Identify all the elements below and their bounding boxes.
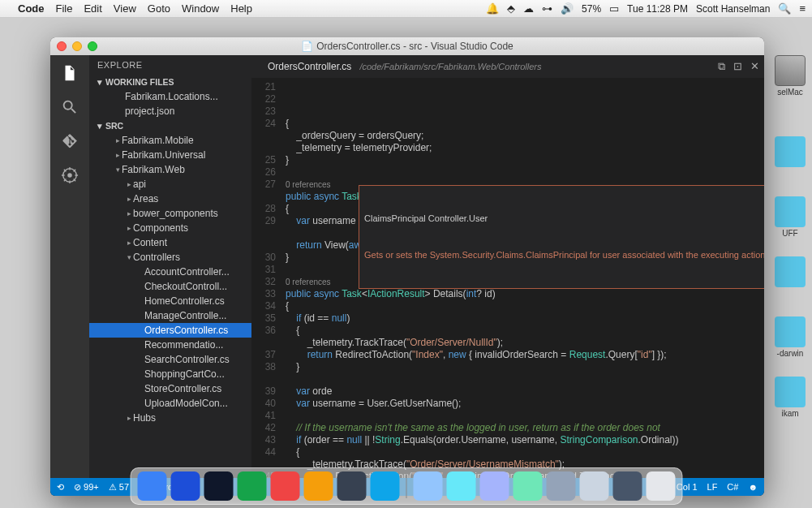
tree-item[interactable]: ▸Fabrikam.Universal bbox=[89, 148, 251, 162]
tree-item[interactable]: CheckoutControll... bbox=[89, 279, 251, 294]
code-line[interactable] bbox=[286, 410, 764, 422]
code-line[interactable]: if (id == null) bbox=[286, 312, 764, 325]
code-line[interactable]: return RedirectToAction("Index", new { i… bbox=[286, 349, 764, 361]
user-name[interactable]: Scott Hanselman bbox=[696, 3, 770, 15]
activity-search-icon[interactable] bbox=[60, 97, 79, 117]
code-line[interactable]: { bbox=[286, 325, 764, 337]
desktop-folder[interactable]: -darwin bbox=[773, 316, 807, 358]
status-language-mode[interactable]: C# bbox=[727, 482, 738, 492]
desktop-disk-icon[interactable]: selMac bbox=[773, 55, 807, 97]
more-icon[interactable]: ⊡ bbox=[733, 60, 742, 73]
menu-goto[interactable]: Goto bbox=[148, 2, 170, 15]
code-line[interactable]: // If the username isn't the same as the… bbox=[286, 422, 764, 434]
dock-app[interactable] bbox=[446, 471, 475, 501]
tree-item[interactable]: ▸Fabrikam.Mobile bbox=[89, 133, 251, 148]
dock-app[interactable] bbox=[170, 471, 200, 501]
dock-app[interactable] bbox=[479, 471, 509, 501]
window-maximize-button[interactable] bbox=[88, 41, 97, 51]
menu-extras-icon[interactable]: ≡ bbox=[799, 2, 806, 15]
working-files-header[interactable]: ▾WORKING FILES bbox=[89, 75, 251, 89]
tree-item[interactable]: ▸Components bbox=[89, 221, 251, 235]
editor-tab[interactable]: OrdersController.cs bbox=[258, 55, 354, 78]
desktop-folder[interactable] bbox=[773, 136, 807, 169]
status-warnings[interactable]: ⚠ 57 bbox=[109, 482, 129, 493]
code-line[interactable]: } bbox=[286, 154, 764, 166]
desktop-folder[interactable]: UFF bbox=[773, 196, 807, 238]
dock-app[interactable] bbox=[137, 471, 166, 501]
tree-item[interactable]: ShoppingCartCo... bbox=[89, 367, 251, 381]
dock-app[interactable] bbox=[413, 471, 442, 501]
menu-edit[interactable]: Edit bbox=[84, 2, 101, 15]
tree-item[interactable]: ▾Fabrikam.Web bbox=[89, 162, 251, 177]
dock-app[interactable] bbox=[579, 471, 608, 501]
window-titlebar[interactable]: 📄OrdersController.cs - src - Visual Stud… bbox=[50, 37, 764, 55]
src-header[interactable]: ▾SRC bbox=[89, 118, 251, 133]
activity-git-icon[interactable] bbox=[60, 131, 79, 151]
activity-debug-icon[interactable] bbox=[60, 166, 79, 185]
close-tab-icon[interactable]: ✕ bbox=[750, 60, 759, 73]
status-smiley-icon[interactable]: ☻ bbox=[748, 482, 758, 492]
tree-item[interactable]: ▸bower_components bbox=[89, 206, 251, 221]
code-line[interactable]: if (order == null || !String.Equals(orde… bbox=[286, 434, 764, 446]
code-line[interactable] bbox=[286, 166, 764, 179]
code-line[interactable]: public async Task<IActionResult> Details… bbox=[286, 288, 764, 300]
dock-app[interactable] bbox=[303, 471, 333, 501]
menu-help[interactable]: Help bbox=[230, 2, 252, 15]
dock-app[interactable] bbox=[513, 471, 542, 501]
tree-item[interactable]: ▾Controllers bbox=[89, 250, 251, 265]
code-line[interactable]: _telemetry.TrackTrace("Order/Server/Null… bbox=[286, 337, 764, 349]
dock-app[interactable] bbox=[237, 471, 266, 501]
battery-icon[interactable]: ▭ bbox=[609, 2, 619, 15]
tree-item[interactable]: ▸Hubs bbox=[89, 411, 251, 425]
code-editor[interactable]: 2122232425262728293031323334353637383940… bbox=[251, 78, 764, 478]
status-eol[interactable]: LF bbox=[707, 482, 718, 492]
menubar-app-name[interactable]: Code bbox=[18, 2, 45, 15]
tree-item[interactable]: ▸Areas bbox=[89, 192, 251, 206]
menu-file[interactable]: File bbox=[56, 2, 73, 15]
code-line[interactable] bbox=[286, 373, 764, 385]
status-errors[interactable]: ⊘ 99+ bbox=[74, 482, 99, 493]
working-file-item[interactable]: project.json bbox=[89, 104, 251, 118]
tree-item[interactable]: AccountController... bbox=[89, 265, 251, 279]
tree-item[interactable]: OrdersController.cs bbox=[89, 323, 251, 338]
code-content[interactable]: { _ordersQuery = ordersQuery; _telemetry… bbox=[282, 78, 764, 478]
split-editor-icon[interactable]: ⧉ bbox=[718, 60, 725, 73]
tree-item[interactable]: SearchController.cs bbox=[89, 352, 251, 367]
dock-app[interactable] bbox=[612, 471, 642, 501]
tree-item[interactable]: StoreController.cs bbox=[89, 381, 251, 396]
activity-explorer-icon[interactable] bbox=[60, 63, 79, 83]
clock[interactable]: Tue 11:28 PM bbox=[627, 3, 688, 15]
spotlight-icon[interactable]: 🔍 bbox=[778, 2, 791, 15]
status-sync-icon[interactable]: ⟲ bbox=[57, 482, 64, 493]
desktop-folder[interactable]: ikam bbox=[773, 377, 807, 418]
dropbox-icon[interactable]: ⬘ bbox=[507, 2, 515, 15]
wifi-icon[interactable]: ⊶ bbox=[542, 2, 552, 15]
code-line[interactable]: { bbox=[286, 300, 764, 312]
tree-item[interactable]: ▸api bbox=[89, 177, 251, 192]
code-line[interactable]: { bbox=[286, 118, 764, 130]
working-file-item[interactable]: Fabrikam.Locations... bbox=[89, 89, 251, 104]
volume-icon[interactable]: 🔊 bbox=[561, 2, 574, 15]
tree-item[interactable]: ManageControlle... bbox=[89, 308, 251, 323]
sync-icon[interactable]: ☁ bbox=[523, 2, 534, 15]
code-line[interactable]: _telemetry = telemetryProvider; bbox=[286, 142, 764, 154]
notifications-icon[interactable]: 🔔 bbox=[486, 2, 499, 15]
tree-item[interactable]: Recommendatio... bbox=[89, 338, 251, 352]
window-minimize-button[interactable] bbox=[72, 41, 82, 51]
code-line[interactable]: { bbox=[286, 446, 764, 458]
tree-item[interactable]: ▸Content bbox=[89, 235, 251, 250]
code-line[interactable]: } bbox=[286, 361, 764, 373]
tree-item[interactable]: HomeController.cs bbox=[89, 294, 251, 308]
dock-app[interactable] bbox=[370, 471, 399, 501]
tree-item[interactable]: UploadModelCon... bbox=[89, 396, 251, 411]
code-line[interactable]: _ordersQuery = ordersQuery; bbox=[286, 130, 764, 142]
window-close-button[interactable] bbox=[57, 41, 67, 51]
dock-app[interactable] bbox=[646, 471, 675, 501]
dock-app[interactable] bbox=[337, 471, 366, 501]
code-line[interactable]: var orde bbox=[286, 385, 764, 398]
dock-app[interactable] bbox=[546, 471, 575, 501]
desktop-folder[interactable] bbox=[773, 256, 807, 289]
dock-app[interactable] bbox=[270, 471, 299, 501]
battery-level[interactable]: 57% bbox=[582, 3, 601, 15]
code-line[interactable]: var username = User.GetUserName(); bbox=[286, 398, 764, 410]
